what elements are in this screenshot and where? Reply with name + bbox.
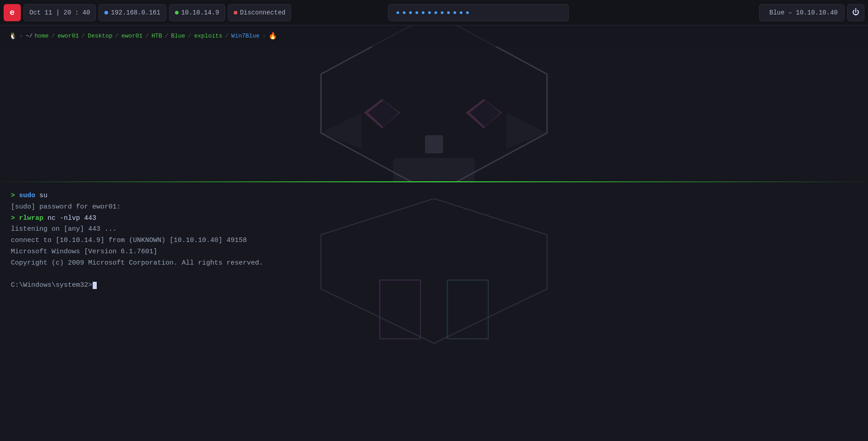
bc-s6: / — [165, 33, 169, 39]
dots-panel — [388, 4, 569, 21]
svg-rect-6 — [393, 158, 475, 182]
output-connect: connect to [10.10.14.9] from (UNKNOWN) [… — [11, 237, 247, 244]
bc-win7blue: Win7Blue — [231, 33, 259, 39]
target-pill: Blue – 10.10.10.40 — [759, 4, 844, 21]
terminal-line-8: C:\Windows\system32> — [11, 280, 857, 291]
cmd-rlwrap: rlwrap — [19, 214, 43, 222]
dot-8 — [441, 11, 443, 14]
target-label: Blue – 10.10.10.40 — [769, 9, 838, 16]
terminal-line-blank — [11, 269, 857, 280]
terminal-line-3: > rlwrap nc -nlvp 443 — [11, 213, 857, 224]
bc-s4: / — [115, 33, 119, 39]
dot-7 — [434, 11, 437, 14]
bc-s2: / — [52, 33, 55, 39]
bc-desktop: Desktop — [88, 33, 113, 39]
local-ip-pill: 192.168.0.161 — [99, 4, 166, 21]
bc-htb: HTB — [151, 33, 162, 39]
local-ip-text: 192.168.0.161 — [111, 9, 160, 16]
bc-user2: ewor01 — [122, 33, 143, 39]
prompt-1: > — [11, 192, 19, 199]
bc-sep-1: › — [19, 33, 23, 39]
bc-sep-end: › — [262, 33, 266, 39]
dot-5 — [422, 11, 425, 14]
breadcrumb: 🐧 › ~/ home/ewor01/Desktop/ewor01/HTB/Bl… — [0, 25, 868, 47]
dot-3 — [409, 11, 412, 14]
connection-status-pill: Disconnected — [228, 4, 292, 21]
main-content: 🐧 › ~/ home/ewor01/Desktop/ewor01/HTB/Bl… — [0, 25, 868, 441]
dot-10 — [453, 11, 456, 14]
cursor-blink — [93, 282, 97, 289]
bc-s5: / — [145, 33, 149, 39]
power-button[interactable]: ⏻ — [847, 4, 864, 21]
cmd-sudo: sudo — [19, 192, 35, 199]
datetime-pill: Oct 11 | 20 : 40 — [24, 4, 96, 21]
hex-skull-art — [303, 25, 565, 181]
vpn-ip-pill: 10.10.14.9 — [169, 4, 225, 21]
topbar: e Oct 11 | 20 : 40 192.168.0.161 10.10.1… — [0, 0, 868, 25]
output-copyright: Copyright (c) 2009 Microsoft Corporation… — [11, 259, 263, 267]
bc-s3: / — [81, 33, 85, 39]
prompt-2: > — [11, 214, 19, 222]
output-listening: listening on [any] 443 ... — [11, 225, 117, 233]
bc-s8: / — [225, 33, 229, 39]
os-icon: 🐧 — [9, 32, 17, 40]
terminal-line-7: Copyright (c) 2009 Microsoft Corporation… — [11, 258, 857, 269]
topbar-right: Blue – 10.10.10.40 ⏻ — [759, 4, 864, 21]
dot-6 — [428, 11, 431, 14]
svg-rect-5 — [425, 135, 443, 153]
vpn-status-icon — [175, 11, 179, 14]
terminal-line-2: [sudo] password for ewor01: — [11, 202, 857, 213]
bc-sep-2: ~/ — [26, 33, 33, 39]
dot-4 — [415, 11, 418, 14]
disconnected-icon — [234, 11, 237, 14]
terminal-line-6: Microsoft Windows [Version 6.1.7601] — [11, 247, 857, 258]
cmd-nc: nc -nlvp 443 — [43, 214, 96, 222]
terminal-bottom-pane[interactable]: > sudo su [sudo] password for ewor01: > … — [0, 182, 868, 441]
output-winver: Microsoft Windows [Version 6.1.7601] — [11, 248, 157, 256]
app-logo[interactable]: e — [4, 4, 21, 21]
sudo-password-prompt: [sudo] password for ewor01: — [11, 203, 121, 211]
bc-user: ewor01 — [57, 33, 79, 39]
terminal-line-1: > sudo su — [11, 190, 857, 202]
output-prompt-win: C:\Windows\system32> — [11, 281, 92, 289]
bc-home: home — [34, 33, 48, 39]
svg-marker-2 — [368, 100, 399, 127]
terminal-output: > sudo su [sudo] password for ewor01: > … — [11, 190, 857, 291]
svg-marker-4 — [470, 100, 500, 127]
terminal-top-pane: 🐧 › ~/ home/ewor01/Desktop/ewor01/HTB/Bl… — [0, 25, 868, 181]
bc-s7: / — [188, 33, 192, 39]
terminal-line-4: listening on [any] 443 ... — [11, 224, 857, 235]
cmd-su: su — [35, 192, 47, 199]
bc-exploits: exploits — [194, 33, 222, 39]
connection-status-text: Disconnected — [240, 9, 286, 16]
dot-2 — [403, 11, 406, 14]
terminal-line-5: connect to [10.10.14.9] from (UNKNOWN) [… — [11, 235, 857, 247]
bc-blue: Blue — [171, 33, 185, 39]
local-ip-icon — [104, 11, 108, 14]
dot-9 — [447, 11, 450, 14]
dot-11 — [460, 11, 462, 14]
vpn-ip-text: 10.10.14.9 — [181, 9, 219, 16]
dot-1 — [396, 11, 399, 14]
dot-12 — [466, 11, 469, 14]
fire-icon: 🔥 — [269, 32, 277, 40]
datetime-text: Oct 11 | 20 : 40 — [29, 9, 90, 16]
background-art — [0, 25, 868, 181]
